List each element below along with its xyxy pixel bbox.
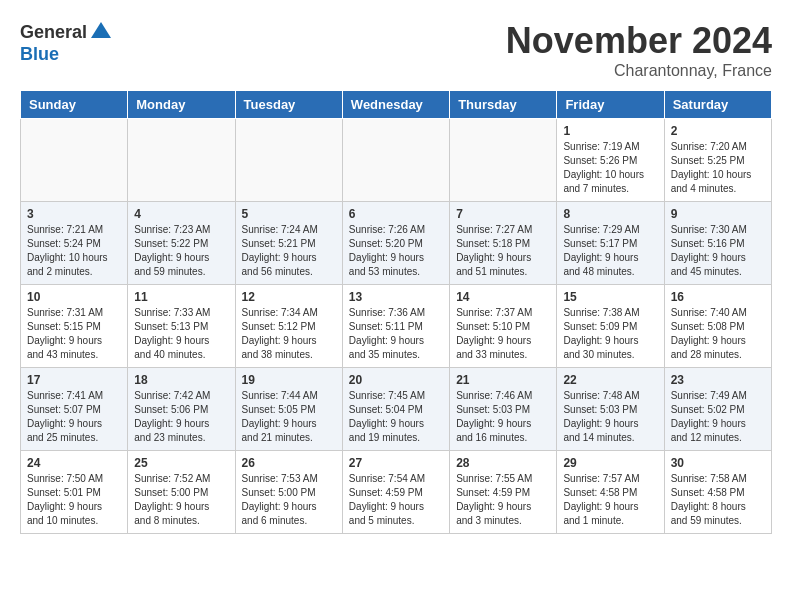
- day-info: Sunrise: 7:40 AM Sunset: 5:08 PM Dayligh…: [671, 306, 765, 362]
- day-info: Sunrise: 7:29 AM Sunset: 5:17 PM Dayligh…: [563, 223, 657, 279]
- day-info: Sunrise: 7:38 AM Sunset: 5:09 PM Dayligh…: [563, 306, 657, 362]
- day-info: Sunrise: 7:37 AM Sunset: 5:10 PM Dayligh…: [456, 306, 550, 362]
- calendar-day-cell: [450, 119, 557, 202]
- calendar-day-cell: 29Sunrise: 7:57 AM Sunset: 4:58 PM Dayli…: [557, 451, 664, 534]
- day-info: Sunrise: 7:54 AM Sunset: 4:59 PM Dayligh…: [349, 472, 443, 528]
- day-number: 12: [242, 290, 336, 304]
- logo-blue-text: Blue: [20, 44, 59, 65]
- day-number: 15: [563, 290, 657, 304]
- day-number: 3: [27, 207, 121, 221]
- day-info: Sunrise: 7:19 AM Sunset: 5:26 PM Dayligh…: [563, 140, 657, 196]
- day-info: Sunrise: 7:49 AM Sunset: 5:02 PM Dayligh…: [671, 389, 765, 445]
- day-info: Sunrise: 7:53 AM Sunset: 5:00 PM Dayligh…: [242, 472, 336, 528]
- calendar-day-cell: 17Sunrise: 7:41 AM Sunset: 5:07 PM Dayli…: [21, 368, 128, 451]
- day-info: Sunrise: 7:21 AM Sunset: 5:24 PM Dayligh…: [27, 223, 121, 279]
- calendar-day-cell: 5Sunrise: 7:24 AM Sunset: 5:21 PM Daylig…: [235, 202, 342, 285]
- day-number: 7: [456, 207, 550, 221]
- calendar-day-cell: 18Sunrise: 7:42 AM Sunset: 5:06 PM Dayli…: [128, 368, 235, 451]
- day-number: 8: [563, 207, 657, 221]
- day-info: Sunrise: 7:34 AM Sunset: 5:12 PM Dayligh…: [242, 306, 336, 362]
- calendar-table: SundayMondayTuesdayWednesdayThursdayFrid…: [20, 90, 772, 534]
- day-number: 13: [349, 290, 443, 304]
- day-number: 28: [456, 456, 550, 470]
- day-info: Sunrise: 7:58 AM Sunset: 4:58 PM Dayligh…: [671, 472, 765, 528]
- calendar-day-cell: [235, 119, 342, 202]
- calendar-day-cell: 11Sunrise: 7:33 AM Sunset: 5:13 PM Dayli…: [128, 285, 235, 368]
- calendar-day-cell: 30Sunrise: 7:58 AM Sunset: 4:58 PM Dayli…: [664, 451, 771, 534]
- day-info: Sunrise: 7:20 AM Sunset: 5:25 PM Dayligh…: [671, 140, 765, 196]
- day-number: 19: [242, 373, 336, 387]
- day-info: Sunrise: 7:33 AM Sunset: 5:13 PM Dayligh…: [134, 306, 228, 362]
- calendar-week-row: 24Sunrise: 7:50 AM Sunset: 5:01 PM Dayli…: [21, 451, 772, 534]
- calendar-day-cell: 4Sunrise: 7:23 AM Sunset: 5:22 PM Daylig…: [128, 202, 235, 285]
- calendar-header-wednesday: Wednesday: [342, 91, 449, 119]
- day-info: Sunrise: 7:44 AM Sunset: 5:05 PM Dayligh…: [242, 389, 336, 445]
- svg-marker-0: [91, 22, 111, 38]
- day-number: 29: [563, 456, 657, 470]
- day-number: 20: [349, 373, 443, 387]
- calendar-day-cell: 25Sunrise: 7:52 AM Sunset: 5:00 PM Dayli…: [128, 451, 235, 534]
- day-number: 4: [134, 207, 228, 221]
- calendar-day-cell: 9Sunrise: 7:30 AM Sunset: 5:16 PM Daylig…: [664, 202, 771, 285]
- day-number: 27: [349, 456, 443, 470]
- calendar-day-cell: 6Sunrise: 7:26 AM Sunset: 5:20 PM Daylig…: [342, 202, 449, 285]
- day-number: 9: [671, 207, 765, 221]
- day-info: Sunrise: 7:52 AM Sunset: 5:00 PM Dayligh…: [134, 472, 228, 528]
- day-info: Sunrise: 7:27 AM Sunset: 5:18 PM Dayligh…: [456, 223, 550, 279]
- title-section: November 2024 Charantonnay, France: [506, 20, 772, 80]
- day-info: Sunrise: 7:46 AM Sunset: 5:03 PM Dayligh…: [456, 389, 550, 445]
- calendar-day-cell: 15Sunrise: 7:38 AM Sunset: 5:09 PM Dayli…: [557, 285, 664, 368]
- calendar-week-row: 3Sunrise: 7:21 AM Sunset: 5:24 PM Daylig…: [21, 202, 772, 285]
- calendar-day-cell: 24Sunrise: 7:50 AM Sunset: 5:01 PM Dayli…: [21, 451, 128, 534]
- logo-general-text: General: [20, 22, 87, 43]
- day-info: Sunrise: 7:57 AM Sunset: 4:58 PM Dayligh…: [563, 472, 657, 528]
- calendar-header-sunday: Sunday: [21, 91, 128, 119]
- calendar-day-cell: 3Sunrise: 7:21 AM Sunset: 5:24 PM Daylig…: [21, 202, 128, 285]
- day-number: 18: [134, 373, 228, 387]
- day-info: Sunrise: 7:23 AM Sunset: 5:22 PM Dayligh…: [134, 223, 228, 279]
- calendar-day-cell: 26Sunrise: 7:53 AM Sunset: 5:00 PM Dayli…: [235, 451, 342, 534]
- day-number: 22: [563, 373, 657, 387]
- day-number: 23: [671, 373, 765, 387]
- calendar-day-cell: 13Sunrise: 7:36 AM Sunset: 5:11 PM Dayli…: [342, 285, 449, 368]
- calendar-header-row: SundayMondayTuesdayWednesdayThursdayFrid…: [21, 91, 772, 119]
- calendar-header-saturday: Saturday: [664, 91, 771, 119]
- page-header: General Blue November 2024 Charantonnay,…: [20, 20, 772, 80]
- day-number: 24: [27, 456, 121, 470]
- day-info: Sunrise: 7:41 AM Sunset: 5:07 PM Dayligh…: [27, 389, 121, 445]
- calendar-day-cell: [342, 119, 449, 202]
- calendar-header-friday: Friday: [557, 91, 664, 119]
- calendar-day-cell: 14Sunrise: 7:37 AM Sunset: 5:10 PM Dayli…: [450, 285, 557, 368]
- calendar-day-cell: 12Sunrise: 7:34 AM Sunset: 5:12 PM Dayli…: [235, 285, 342, 368]
- calendar-day-cell: 1Sunrise: 7:19 AM Sunset: 5:26 PM Daylig…: [557, 119, 664, 202]
- calendar-header-thursday: Thursday: [450, 91, 557, 119]
- day-number: 16: [671, 290, 765, 304]
- logo: General Blue: [20, 20, 113, 65]
- calendar-day-cell: 22Sunrise: 7:48 AM Sunset: 5:03 PM Dayli…: [557, 368, 664, 451]
- day-info: Sunrise: 7:36 AM Sunset: 5:11 PM Dayligh…: [349, 306, 443, 362]
- logo-icon: [89, 20, 113, 44]
- day-number: 10: [27, 290, 121, 304]
- calendar-day-cell: 2Sunrise: 7:20 AM Sunset: 5:25 PM Daylig…: [664, 119, 771, 202]
- month-title: November 2024: [506, 20, 772, 62]
- day-info: Sunrise: 7:26 AM Sunset: 5:20 PM Dayligh…: [349, 223, 443, 279]
- calendar-day-cell: [21, 119, 128, 202]
- calendar-day-cell: [128, 119, 235, 202]
- calendar-header-monday: Monday: [128, 91, 235, 119]
- day-info: Sunrise: 7:55 AM Sunset: 4:59 PM Dayligh…: [456, 472, 550, 528]
- calendar-day-cell: 20Sunrise: 7:45 AM Sunset: 5:04 PM Dayli…: [342, 368, 449, 451]
- calendar-week-row: 17Sunrise: 7:41 AM Sunset: 5:07 PM Dayli…: [21, 368, 772, 451]
- day-info: Sunrise: 7:24 AM Sunset: 5:21 PM Dayligh…: [242, 223, 336, 279]
- calendar-day-cell: 28Sunrise: 7:55 AM Sunset: 4:59 PM Dayli…: [450, 451, 557, 534]
- calendar-header-tuesday: Tuesday: [235, 91, 342, 119]
- day-info: Sunrise: 7:31 AM Sunset: 5:15 PM Dayligh…: [27, 306, 121, 362]
- calendar-day-cell: 27Sunrise: 7:54 AM Sunset: 4:59 PM Dayli…: [342, 451, 449, 534]
- day-number: 30: [671, 456, 765, 470]
- calendar-week-row: 1Sunrise: 7:19 AM Sunset: 5:26 PM Daylig…: [21, 119, 772, 202]
- day-info: Sunrise: 7:48 AM Sunset: 5:03 PM Dayligh…: [563, 389, 657, 445]
- calendar-day-cell: 16Sunrise: 7:40 AM Sunset: 5:08 PM Dayli…: [664, 285, 771, 368]
- calendar-day-cell: 7Sunrise: 7:27 AM Sunset: 5:18 PM Daylig…: [450, 202, 557, 285]
- calendar-day-cell: 23Sunrise: 7:49 AM Sunset: 5:02 PM Dayli…: [664, 368, 771, 451]
- day-info: Sunrise: 7:45 AM Sunset: 5:04 PM Dayligh…: [349, 389, 443, 445]
- day-number: 26: [242, 456, 336, 470]
